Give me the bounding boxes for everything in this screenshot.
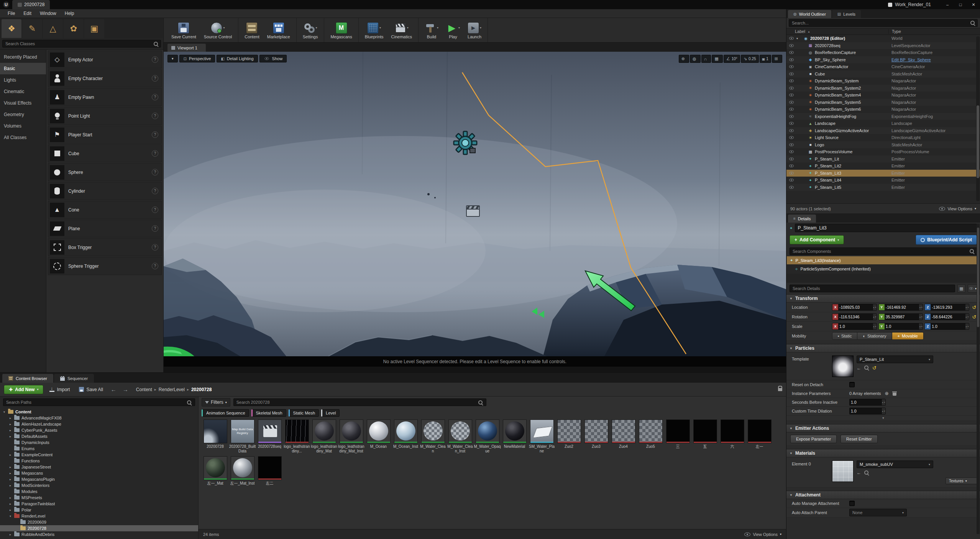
editor-mode-tab[interactable] bbox=[84, 19, 104, 38]
add-element-icon[interactable]: ⊕ bbox=[885, 391, 889, 396]
viewport-control-button[interactable]: 1 bbox=[760, 55, 771, 63]
editor-mode-tab[interactable] bbox=[2, 19, 21, 38]
place-actor-item[interactable]: Plane ? bbox=[48, 220, 162, 238]
outliner-row[interactable]: ▾ CineCameraActor CineCameraActor bbox=[786, 63, 980, 70]
folder-tree-item[interactable]: ▸ AdvancedMagicFX08 bbox=[0, 415, 198, 421]
viewport-control-button[interactable] bbox=[772, 55, 782, 63]
outliner-tab[interactable]: Levels bbox=[832, 10, 861, 18]
folder-tree-item[interactable]: ▸ Megascans bbox=[0, 470, 198, 476]
viewport-3d-area[interactable]: ▾ ⊡ Perspective ◧ Detail Lighting Show bbox=[164, 52, 786, 356]
asset-tile[interactable]: 三 bbox=[664, 419, 691, 453]
outliner-row[interactable]: ▾ P_Steam_Lit Emitter bbox=[786, 156, 980, 163]
filters-button[interactable]: Filters ▾ bbox=[202, 398, 230, 406]
folder-expand-arrow-icon[interactable]: ▸ bbox=[8, 484, 12, 487]
folder-tree-item[interactable]: DynamicInputs bbox=[0, 439, 198, 446]
emitter-action-button[interactable]: Expose Parameter bbox=[790, 435, 837, 443]
asset-tile[interactable]: 左二 bbox=[256, 456, 283, 486]
toolbar-button[interactable]: ▾ Cinematics bbox=[387, 18, 416, 42]
toolbar-button[interactable]: ▾ Launch bbox=[464, 18, 485, 42]
visibility-toggle[interactable] bbox=[788, 93, 795, 97]
transform-section-header[interactable]: ▼ Transform bbox=[786, 294, 980, 303]
visibility-toggle[interactable] bbox=[788, 44, 795, 48]
folder-tree-item[interactable]: ▸ MSPresets bbox=[0, 495, 198, 501]
filter-chip[interactable]: Level bbox=[321, 409, 340, 417]
component-instance-row[interactable]: P_Steam_Lit3(Instance) bbox=[787, 256, 980, 264]
asset-tile[interactable]: M_Water_Clean_Inst bbox=[446, 419, 474, 453]
visibility-toggle[interactable] bbox=[788, 171, 795, 175]
axis-x-value[interactable]: -116.51346 bbox=[838, 314, 873, 320]
asset-tile[interactable]: Zuo5 bbox=[637, 419, 664, 453]
mobility-option-button[interactable]: Movable bbox=[892, 333, 923, 339]
menu-item[interactable]: Edit bbox=[20, 10, 35, 17]
actor-name-field[interactable] bbox=[795, 224, 977, 232]
minimize-button[interactable]: – bbox=[941, 0, 954, 9]
asset-tile[interactable]: M_Water_Clean bbox=[419, 419, 446, 453]
visibility-toggle[interactable] bbox=[788, 65, 795, 69]
folder-expand-arrow-icon[interactable]: ▸ bbox=[8, 533, 12, 536]
asset-tile[interactable]: Zuo4 bbox=[610, 419, 637, 453]
folder-expand-arrow-icon[interactable]: ▸ bbox=[8, 435, 12, 438]
toolbar-button[interactable]: ▾ Play bbox=[442, 18, 464, 42]
delete-icon[interactable] bbox=[893, 392, 896, 396]
outliner-search-input[interactable] bbox=[789, 19, 978, 27]
folder-expand-arrow-icon[interactable]: ▸ bbox=[8, 496, 12, 500]
place-actors-category[interactable]: Recently Placed bbox=[0, 51, 46, 63]
perspective-button[interactable]: ⊡ Perspective bbox=[179, 55, 215, 62]
viewport-control-button[interactable] bbox=[712, 55, 722, 63]
viewport-options-button[interactable]: ▾ bbox=[167, 55, 178, 62]
custom-time-dilation-value[interactable]: 1.0 bbox=[850, 408, 882, 414]
asset-tile[interactable]: 左一_Mat_Inst bbox=[229, 456, 256, 486]
emitter-actions-section-header[interactable]: ▼ Emitter Actions bbox=[786, 424, 980, 433]
folder-tree-item[interactable]: ▸ JapaneseStreet bbox=[0, 464, 198, 470]
place-actors-category[interactable]: All Classes bbox=[0, 132, 46, 143]
outliner-row[interactable]: ▾ PostProcessVolume PostProcessVolume bbox=[786, 148, 980, 156]
visibility-toggle[interactable] bbox=[788, 51, 795, 54]
folder-expand-arrow-icon[interactable]: ▸ bbox=[8, 478, 12, 481]
axis-z-value[interactable]: -58.644226 bbox=[931, 314, 965, 320]
forward-button[interactable]: → bbox=[121, 386, 130, 393]
folder-tree-item[interactable]: ▸ Polar bbox=[0, 507, 198, 513]
viewport-control-button[interactable] bbox=[679, 55, 689, 63]
outliner-row[interactable]: ▾ LandscapeGizmoActiveActor LandscapeGiz… bbox=[786, 127, 980, 134]
visibility-toggle[interactable] bbox=[788, 58, 795, 62]
maximize-button[interactable]: □ bbox=[954, 0, 967, 9]
visibility-toggle[interactable] bbox=[788, 107, 795, 111]
show-flags-button[interactable]: Show bbox=[259, 55, 287, 62]
asset-tile[interactable]: 五 bbox=[691, 419, 719, 453]
outliner-row[interactable]: ▾ BoxReflectionCapture BoxReflectionCapt… bbox=[786, 49, 980, 56]
spinner-icon[interactable]: ▲▼ bbox=[919, 323, 923, 329]
close-button[interactable]: ✕ bbox=[967, 0, 980, 9]
view-mode-button[interactable]: ◧ Detail Lighting bbox=[217, 55, 258, 62]
editor-mode-tab[interactable] bbox=[64, 19, 84, 38]
spinner-icon[interactable]: ▲▼ bbox=[873, 314, 877, 320]
toolbar-button[interactable]: Content bbox=[241, 18, 263, 42]
spinner-icon[interactable]: ▲▼ bbox=[882, 408, 885, 414]
editor-mode-tab[interactable] bbox=[22, 19, 42, 38]
viewport-tab[interactable]: Viewport 1 bbox=[167, 44, 206, 52]
outliner-row[interactable]: ▾ Logo StaticMeshActor bbox=[786, 141, 980, 149]
folder-expand-arrow-icon[interactable]: ▸ bbox=[8, 465, 12, 469]
asset-tile[interactable]: M_Water_Opaque bbox=[474, 419, 501, 453]
folder-tree-item[interactable]: ▸ ParagonTwinblast bbox=[0, 501, 198, 507]
menu-item[interactable]: Help bbox=[61, 10, 78, 17]
menu-item[interactable]: File bbox=[4, 10, 19, 17]
outliner-row[interactable]: ▾ P_Steam_Lit2 Emitter bbox=[786, 162, 980, 170]
bottom-panel-tab[interactable]: Sequencer bbox=[54, 374, 94, 383]
spinner-icon[interactable]: ▲▼ bbox=[919, 304, 923, 310]
folder-expand-arrow-icon[interactable]: ▾ bbox=[8, 514, 12, 518]
asset-tile[interactable]: Zuo2 bbox=[555, 419, 583, 453]
add-new-button[interactable]: ✚ Add New ▾ bbox=[4, 385, 43, 394]
asset-tile[interactable]: SM_Water_Plane bbox=[528, 419, 555, 453]
visibility-toggle[interactable] bbox=[788, 115, 795, 118]
details-scrollbar[interactable] bbox=[977, 224, 980, 534]
place-actor-item[interactable]: Cone ? bbox=[48, 201, 162, 219]
bottom-panel-tab[interactable]: Content Browser bbox=[2, 374, 53, 383]
outliner-row[interactable]: ▾ Light Source DirectionalLight bbox=[786, 134, 980, 141]
outliner-row[interactable]: ▾ 20200728 (Editor) World bbox=[786, 35, 980, 42]
folder-expand-arrow-icon[interactable]: ▸ bbox=[8, 416, 12, 420]
visibility-toggle[interactable] bbox=[788, 178, 795, 182]
place-actors-category[interactable]: Cinematic bbox=[0, 86, 46, 97]
place-actors-category[interactable]: Basic bbox=[0, 63, 46, 74]
visibility-toggle[interactable] bbox=[788, 157, 795, 161]
place-actor-item[interactable]: Cube ? bbox=[48, 144, 162, 162]
